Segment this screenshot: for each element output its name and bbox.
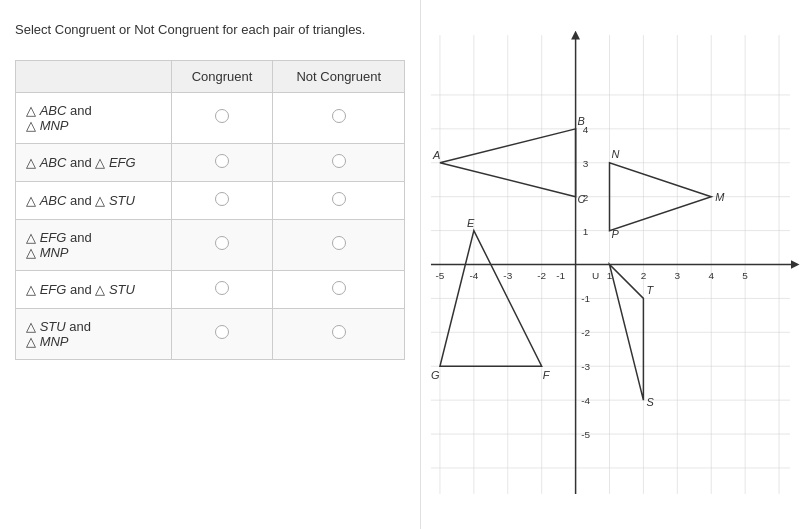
row-tri2-0: MNP (40, 118, 69, 133)
label-N: N (611, 148, 619, 160)
radio-not-congruent-5[interactable] (273, 308, 405, 359)
row-label-4: △ EFG and △ STU (16, 270, 172, 308)
y-label--2: -2 (581, 327, 590, 338)
radio-congruent-circle-0[interactable] (215, 109, 229, 123)
coordinate-grid-panel: -5 -4 -3 -2 -1 U 1 2 3 4 5 4 3 2 1 -1 -2… (420, 0, 800, 529)
row-label-3: △ EFG and△ MNP (16, 219, 172, 270)
row-tri1-3: EFG (40, 230, 67, 245)
row-label-1: △ ABC and △ EFG (16, 143, 172, 181)
col-header-pairs (16, 60, 172, 92)
row-label-2: △ ABC and △ STU (16, 181, 172, 219)
label-B: B (578, 115, 585, 127)
x-label--4: -4 (469, 270, 478, 281)
table-row: △ EFG and△ MNP (16, 219, 405, 270)
label-M: M (715, 191, 725, 203)
radio-not-congruent-1[interactable] (273, 143, 405, 181)
left-panel: Select Congruent or Not Congruent for ea… (0, 0, 420, 529)
label-F: F (543, 369, 551, 381)
row-tri1-1: ABC (40, 155, 67, 170)
radio-not-congruent-circle-2[interactable] (332, 192, 346, 206)
radio-not-congruent-circle-3[interactable] (332, 236, 346, 250)
radio-congruent-circle-3[interactable] (215, 236, 229, 250)
table-row: △ ABC and△ MNP (16, 92, 405, 143)
row-tri2-2: STU (109, 193, 135, 208)
col-header-not-congruent: Not Congruent (273, 60, 405, 92)
row-tri2-3: MNP (40, 245, 69, 260)
y-label--3: -3 (581, 361, 590, 372)
table-row: △ ABC and △ STU (16, 181, 405, 219)
radio-not-congruent-3[interactable] (273, 219, 405, 270)
label-C: C (578, 193, 586, 205)
x-label-2: 2 (641, 270, 647, 281)
radio-not-congruent-2[interactable] (273, 181, 405, 219)
table-row: △ EFG and △ STU (16, 270, 405, 308)
radio-not-congruent-circle-0[interactable] (332, 109, 346, 123)
row-tri1-0: ABC (40, 103, 67, 118)
radio-not-congruent-0[interactable] (273, 92, 405, 143)
row-tri1-2: ABC (40, 193, 67, 208)
radio-not-congruent-circle-5[interactable] (332, 325, 346, 339)
row-label-0: △ ABC and△ MNP (16, 92, 172, 143)
x-label--2: -2 (537, 270, 546, 281)
radio-not-congruent-4[interactable] (273, 270, 405, 308)
y-label-1: 1 (583, 226, 589, 237)
table-row: △ ABC and △ EFG (16, 143, 405, 181)
instructions-text: Select Congruent or Not Congruent for ea… (15, 20, 405, 40)
row-tri1-5: STU (40, 319, 66, 334)
y-label--4: -4 (581, 395, 590, 406)
radio-congruent-circle-2[interactable] (215, 192, 229, 206)
radio-congruent-circle-5[interactable] (215, 325, 229, 339)
radio-congruent-4[interactable] (171, 270, 273, 308)
row-tri2-4: STU (109, 282, 135, 297)
label-S: S (646, 396, 654, 408)
y-label--1: -1 (581, 293, 590, 304)
label-P: P (611, 228, 619, 240)
label-A: A (432, 149, 440, 161)
radio-congruent-0[interactable] (171, 92, 273, 143)
radio-congruent-circle-1[interactable] (215, 154, 229, 168)
radio-not-congruent-circle-1[interactable] (332, 154, 346, 168)
x-label-4: 4 (708, 270, 714, 281)
row-tri2-5: MNP (40, 334, 69, 349)
x-label-0: U (592, 270, 599, 281)
y-label--5: -5 (581, 429, 590, 440)
coordinate-grid-svg: -5 -4 -3 -2 -1 U 1 2 3 4 5 4 3 2 1 -1 -2… (421, 0, 800, 529)
x-label--1: -1 (556, 270, 565, 281)
congruence-table: Congruent Not Congruent △ ABC and△ MNP△ … (15, 60, 405, 360)
label-E: E (467, 217, 475, 229)
x-label-5: 5 (742, 270, 748, 281)
radio-congruent-2[interactable] (171, 181, 273, 219)
y-label-3: 3 (583, 158, 589, 169)
radio-congruent-5[interactable] (171, 308, 273, 359)
label-G: G (431, 369, 440, 381)
x-label-3: 3 (675, 270, 681, 281)
table-row: △ STU and△ MNP (16, 308, 405, 359)
label-T: T (646, 284, 654, 296)
x-label--3: -3 (503, 270, 512, 281)
radio-congruent-3[interactable] (171, 219, 273, 270)
row-label-5: △ STU and△ MNP (16, 308, 172, 359)
radio-not-congruent-circle-4[interactable] (332, 281, 346, 295)
radio-congruent-circle-4[interactable] (215, 281, 229, 295)
x-label--5: -5 (436, 270, 445, 281)
row-tri1-4: EFG (40, 282, 67, 297)
col-header-congruent: Congruent (171, 60, 273, 92)
row-tri2-1: EFG (109, 155, 136, 170)
radio-congruent-1[interactable] (171, 143, 273, 181)
